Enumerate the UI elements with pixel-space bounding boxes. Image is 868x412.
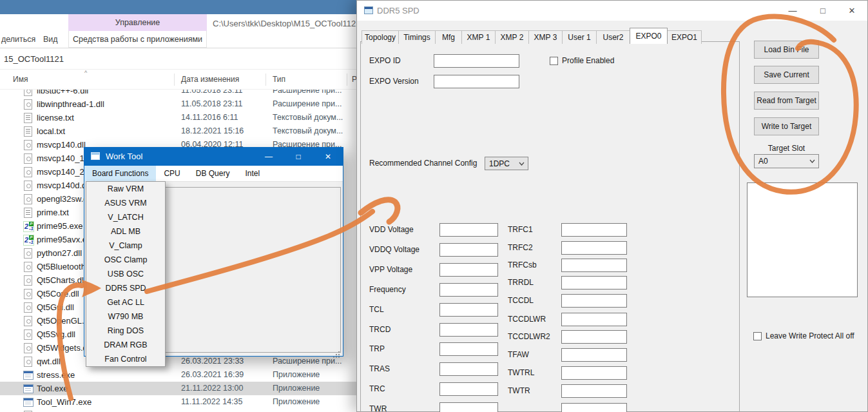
column-header-type[interactable]: Тип bbox=[273, 70, 285, 90]
file-row[interactable]: Tool.exe21.11.2022 13:00Приложение bbox=[0, 382, 358, 395]
menu-board-functions[interactable]: Board Functions bbox=[84, 166, 156, 181]
twtrl-input[interactable] bbox=[561, 366, 627, 380]
trp-input[interactable] bbox=[439, 342, 498, 356]
tccdlwr2-input[interactable] bbox=[561, 330, 627, 344]
dll-file-icon bbox=[23, 275, 33, 285]
tccdlwr-label: TCCDLWR bbox=[508, 313, 546, 326]
ddr5-spd-window: DDR5 SPD — □ ✕ TopologyTimingsMfgXMP 1XM… bbox=[356, 0, 868, 412]
vdd-voltage-input[interactable] bbox=[439, 223, 498, 237]
twtr-input[interactable] bbox=[561, 384, 627, 398]
close-button[interactable]: ✕ bbox=[842, 1, 862, 20]
menu-item-asus-vrm[interactable]: ASUS VRM bbox=[86, 196, 165, 210]
column-separator[interactable] bbox=[347, 74, 347, 86]
target-slot-combobox[interactable]: A0 bbox=[754, 154, 819, 168]
tccdlwr-input[interactable] bbox=[561, 313, 627, 326]
trrdl-label: TRRDL bbox=[508, 276, 534, 289]
tras-input[interactable] bbox=[439, 362, 498, 376]
file-row[interactable]: stress.exe26.03.2021 16:39Приложение bbox=[0, 368, 358, 382]
trc-input[interactable] bbox=[439, 382, 498, 396]
read-from-target-button[interactable]: Read from Target bbox=[754, 92, 819, 110]
tab-user2[interactable]: User2 bbox=[596, 30, 630, 44]
menu-item-usb-osc[interactable]: USB OSC bbox=[86, 267, 165, 281]
tfaw-label: TFAW bbox=[508, 348, 529, 362]
menu-item-w790-mb[interactable]: W790 MB bbox=[86, 309, 165, 324]
tccdl-input[interactable] bbox=[561, 294, 627, 308]
status-listbox[interactable] bbox=[747, 182, 858, 297]
maximize-button[interactable]: □ bbox=[284, 148, 313, 166]
menu-item-ddr5-spd[interactable]: DDR5 SPD bbox=[86, 281, 165, 295]
board-functions-menu: Raw VRMASUS VRMV_LATCHADL MBV_ClampOSC C… bbox=[86, 181, 166, 367]
file-row[interactable]: Tool_Win7.exe11.11.2022 14:35Приложение bbox=[0, 395, 358, 409]
profile-enabled-label[interactable]: Profile Enabled bbox=[562, 54, 614, 68]
application-icon bbox=[23, 397, 33, 407]
file-date: 26.03.2021 23:33 bbox=[181, 355, 244, 368]
frequency-input[interactable] bbox=[439, 283, 498, 297]
tcl-input[interactable] bbox=[439, 303, 498, 317]
menu-item-osc-clamp[interactable]: OSC Clamp bbox=[86, 253, 165, 267]
tab-expo1[interactable]: EXPO1 bbox=[667, 30, 702, 44]
tab-user-1[interactable]: User 1 bbox=[562, 30, 597, 44]
tab-expo0[interactable]: EXPO0 bbox=[630, 28, 668, 44]
trfcsb-input[interactable] bbox=[561, 259, 627, 272]
trrdl-input[interactable] bbox=[561, 276, 627, 289]
ribbon-tab-share[interactable]: делиться bbox=[1, 31, 35, 48]
maximize-button[interactable]: □ bbox=[813, 1, 833, 20]
menu-db-query[interactable]: DB Query bbox=[188, 166, 238, 181]
vddq-voltage-input[interactable] bbox=[439, 243, 498, 257]
tab-topology[interactable]: Topology bbox=[362, 30, 399, 44]
ribbon-tab-view[interactable]: Вид bbox=[43, 31, 58, 48]
profile-enabled-checkbox[interactable] bbox=[550, 57, 558, 65]
menu-item-ring-dos[interactable]: Ring DOS bbox=[86, 324, 165, 338]
menu-item-get-ac-ll[interactable]: Get AC LL bbox=[86, 295, 165, 309]
work-tool-titlebar[interactable]: Work Tool — □ ✕ bbox=[84, 148, 343, 166]
column-header-date[interactable]: Дата изменения bbox=[181, 70, 239, 90]
menu-item-v-clamp[interactable]: V_Clamp bbox=[86, 239, 165, 253]
ribbon-tab-application-tools[interactable]: Средства работы с приложениями bbox=[68, 31, 207, 48]
load-bin-file-button[interactable]: Load Bin File bbox=[754, 41, 819, 59]
expo-id-input[interactable] bbox=[434, 54, 519, 68]
menu-item-raw-vrm[interactable]: Raw VRM bbox=[86, 182, 165, 196]
file-row[interactable]: libwinpthread-1.dll11.05.2018 23:11Расши… bbox=[0, 97, 358, 111]
file-row[interactable]: local.txt18.12.2021 15:16Текстовый докум… bbox=[0, 124, 358, 138]
address-bar[interactable]: 15_OCTool1121 bbox=[0, 48, 358, 69]
trfc1-input[interactable] bbox=[561, 223, 627, 237]
timing-input[interactable] bbox=[561, 403, 627, 412]
menu-item-fan-control[interactable]: Fan Control bbox=[86, 352, 165, 366]
column-header-name[interactable]: Имя bbox=[13, 70, 28, 90]
tfaw-input[interactable] bbox=[561, 348, 627, 362]
ddr5-titlebar[interactable]: DDR5 SPD — □ ✕ bbox=[357, 1, 867, 21]
twr-input[interactable] bbox=[439, 402, 498, 412]
file-date: 11.11.2022 14:35 bbox=[181, 395, 242, 409]
tab-mfg[interactable]: Mfg bbox=[435, 30, 462, 44]
menu-item-adl-mb[interactable]: ADL MB bbox=[86, 224, 165, 239]
column-separator[interactable] bbox=[174, 74, 175, 86]
column-separator[interactable] bbox=[265, 74, 266, 86]
leave-write-protect-label[interactable]: Leave Write Protect All off bbox=[766, 329, 854, 343]
breadcrumb[interactable]: 15_OCTool1121 bbox=[4, 54, 64, 64]
tab-xmp-3[interactable]: XMP 3 bbox=[528, 30, 563, 44]
leave-write-protect-checkbox[interactable] bbox=[753, 332, 762, 340]
menu-intel[interactable]: Intel bbox=[237, 166, 267, 181]
save-current-button[interactable]: Save Current bbox=[754, 66, 819, 84]
expo-version-input[interactable] bbox=[434, 75, 519, 88]
twtr-label: TWTR bbox=[508, 384, 530, 398]
menu-item-v-latch[interactable]: V_LATCH bbox=[86, 210, 165, 224]
vpp-voltage-input[interactable] bbox=[439, 263, 498, 277]
write-to-target-button[interactable]: Write to Target bbox=[754, 117, 819, 135]
file-row[interactable] bbox=[0, 409, 358, 412]
file-row[interactable]: qwt.dll26.03.2021 23:33Расширение при... bbox=[0, 355, 358, 368]
menu-item-dram-rgb[interactable]: DRAM RGB bbox=[86, 338, 165, 352]
resize-grip[interactable] bbox=[338, 351, 340, 353]
tab-xmp-2[interactable]: XMP 2 bbox=[495, 30, 529, 44]
text-file-icon bbox=[23, 126, 33, 136]
menu-cpu[interactable]: CPU bbox=[156, 166, 188, 181]
channel-config-combobox[interactable]: 1DPC bbox=[485, 157, 528, 170]
trfc2-input[interactable] bbox=[561, 241, 627, 255]
trcd-input[interactable] bbox=[439, 323, 498, 337]
tab-xmp-1[interactable]: XMP 1 bbox=[461, 30, 496, 44]
minimize-button[interactable]: — bbox=[783, 1, 802, 20]
tab-timings[interactable]: Timings bbox=[398, 30, 436, 44]
minimize-button[interactable]: — bbox=[254, 148, 284, 166]
file-row[interactable]: license.txt14.11.2016 6:11Текстовый доку… bbox=[0, 111, 358, 124]
close-button[interactable]: ✕ bbox=[313, 148, 343, 166]
